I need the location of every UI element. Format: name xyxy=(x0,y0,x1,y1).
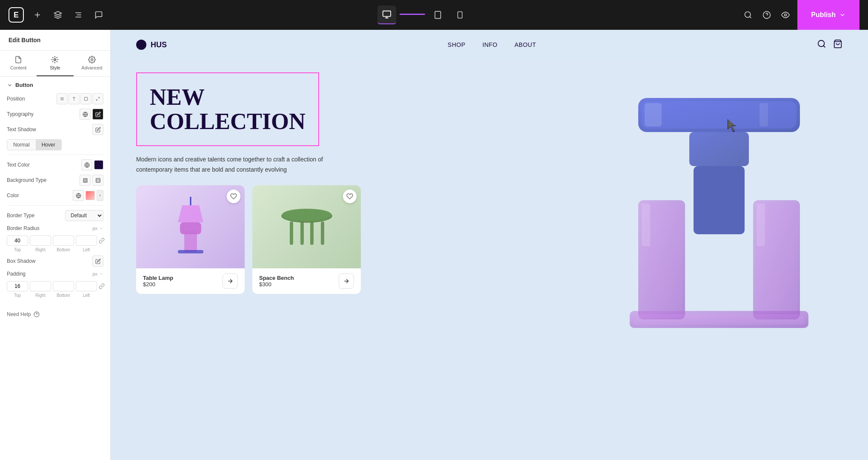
tab-content[interactable]: Content xyxy=(0,51,37,76)
typography-edit-icon[interactable] xyxy=(92,109,103,120)
border-radius-controls: px xyxy=(92,226,103,231)
text-color-controls xyxy=(81,159,103,170)
bg-type-solid-icon[interactable] xyxy=(80,175,91,186)
border-radius-right-input[interactable] xyxy=(30,236,51,246)
svg-rect-24 xyxy=(84,97,88,101)
product-arrow-0[interactable] xyxy=(223,273,238,289)
text-color-global-icon[interactable] xyxy=(81,159,92,170)
color-row: Color xyxy=(7,190,103,201)
site-cart-icon[interactable] xyxy=(833,39,842,50)
desktop-device-button[interactable] xyxy=(377,6,396,24)
svg-rect-53 xyxy=(642,101,797,129)
position-btn-left[interactable] xyxy=(57,93,68,104)
position-btn-right[interactable] xyxy=(80,93,91,104)
padding-left-input[interactable] xyxy=(76,281,97,291)
nav-shop[interactable]: SHOP xyxy=(448,41,465,48)
hero-left-content: NEW COLLECTION Modern icons and creative… xyxy=(136,72,596,294)
bg-type-gradient-icon[interactable] xyxy=(92,175,103,186)
topbar-right: Publish xyxy=(741,0,859,30)
section-header-button[interactable]: Button xyxy=(7,82,103,88)
site-nav: HUS SHOP INFO ABOUT xyxy=(111,30,868,60)
product-card-1: Space Bench $300 xyxy=(252,185,361,294)
comments-icon[interactable] xyxy=(92,8,106,22)
panel-header: Edit Button xyxy=(0,30,110,51)
padding-top-input[interactable] xyxy=(7,281,28,291)
border-radius-values-row xyxy=(7,236,103,246)
tab-advanced[interactable]: Advanced xyxy=(74,51,110,76)
product-arrow-1[interactable] xyxy=(339,273,354,289)
normal-state-button[interactable]: Normal xyxy=(7,140,36,150)
position-btn-center[interactable] xyxy=(69,93,80,104)
svg-rect-42 xyxy=(178,250,203,253)
color-global-icon[interactable] xyxy=(73,190,84,201)
svg-rect-64 xyxy=(642,204,650,246)
tablet-device-button[interactable] xyxy=(428,6,447,24)
svg-rect-50 xyxy=(321,221,324,245)
svg-rect-48 xyxy=(300,221,304,245)
layers-icon[interactable] xyxy=(51,8,65,22)
search-icon[interactable] xyxy=(741,8,755,22)
background-type-row: Background Type xyxy=(7,175,103,186)
position-btn-full[interactable] xyxy=(92,93,103,104)
hero-heading: NEW COLLECTION xyxy=(150,85,306,133)
canvas: HUS SHOP INFO ABOUT xyxy=(111,30,868,460)
nav-info[interactable]: INFO xyxy=(483,41,497,48)
background-type-controls xyxy=(80,175,103,186)
padding-right-input[interactable] xyxy=(30,281,51,291)
site-nav-links: SHOP INFO ABOUT xyxy=(448,41,536,48)
website-preview: HUS SHOP INFO ABOUT xyxy=(111,30,868,460)
settings-icon[interactable] xyxy=(71,8,85,22)
svg-point-17 xyxy=(785,14,787,16)
position-controls xyxy=(57,93,103,104)
text-shadow-label: Text Shadow xyxy=(7,126,36,132)
text-shadow-edit-icon[interactable] xyxy=(92,124,103,135)
state-toggle-row: Normal Hover xyxy=(7,139,103,150)
help-icon[interactable] xyxy=(760,8,774,22)
border-radius-bottom-input[interactable] xyxy=(53,236,74,246)
product-info-0: Table Lamp $200 xyxy=(136,268,245,294)
device-indicator xyxy=(400,14,425,15)
border-type-label: Border Type xyxy=(7,213,34,218)
product-heart-0[interactable] xyxy=(227,190,240,203)
box-shadow-label: Box Shadow xyxy=(7,258,35,264)
site-search-icon[interactable] xyxy=(817,39,826,50)
svg-rect-63 xyxy=(760,103,768,126)
mobile-device-button[interactable] xyxy=(451,6,469,24)
products-row: Table Lamp $200 xyxy=(136,185,583,294)
border-type-select[interactable]: Default xyxy=(65,210,103,221)
svg-marker-41 xyxy=(178,205,203,222)
svg-point-18 xyxy=(54,59,56,61)
publish-button[interactable]: Publish xyxy=(797,0,859,30)
color-swatch[interactable] xyxy=(86,191,95,200)
padding-link-icon[interactable] xyxy=(99,282,105,290)
preview-icon[interactable] xyxy=(779,8,792,22)
border-type-row: Border Type Default xyxy=(7,210,103,221)
product-heart-1[interactable] xyxy=(343,190,357,203)
divider-1 xyxy=(7,155,103,155)
border-radius-top-input[interactable] xyxy=(7,236,28,246)
svg-rect-9 xyxy=(435,12,440,19)
product-image-1 xyxy=(252,185,361,268)
hero-products-layout: NEW COLLECTION Modern icons and creative… xyxy=(111,60,868,349)
hero-right-image xyxy=(596,72,842,349)
panel-tabs: Content Style Advanced xyxy=(0,51,110,77)
padding-controls: px xyxy=(92,271,103,276)
position-row: Position xyxy=(7,93,103,104)
add-element-button[interactable] xyxy=(31,8,44,22)
border-radius-left-input[interactable] xyxy=(76,236,97,246)
tab-style[interactable]: Style xyxy=(37,51,73,76)
product-name-0: Table Lamp xyxy=(143,275,173,281)
topbar-left: E xyxy=(9,7,106,23)
need-help-row[interactable]: Need Help xyxy=(0,306,110,322)
typography-global-icon[interactable] xyxy=(80,109,91,120)
box-shadow-edit-icon[interactable] xyxy=(92,256,103,267)
padding-bottom-input[interactable] xyxy=(53,281,74,291)
text-shadow-row: Text Shadow xyxy=(7,124,103,135)
border-radius-link-icon[interactable] xyxy=(99,236,105,245)
text-color-swatch[interactable] xyxy=(94,160,103,170)
color-collapse-btn[interactable] xyxy=(97,190,103,201)
svg-line-14 xyxy=(750,17,751,18)
nav-about[interactable]: ABOUT xyxy=(514,41,536,48)
logo-icon[interactable]: E xyxy=(9,7,24,23)
hover-state-button[interactable]: Hover xyxy=(36,140,61,150)
